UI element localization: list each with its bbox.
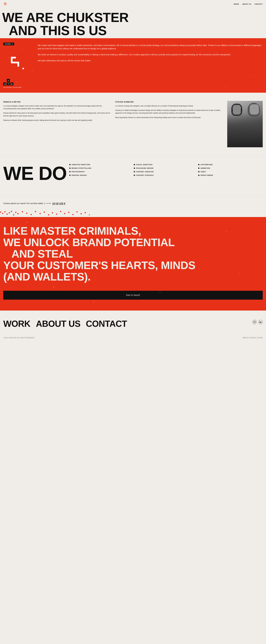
big-red-section: LIKE MASTER CRIMINALS, WE UNLOCK BRAND P… [0,217,266,310]
service-content-creation: CONTENT CREATION [134,171,198,172]
service-content-strategy: CONTENT STRATEGY [134,174,198,176]
bullet-icon [69,171,70,172]
bullet-icon [69,168,70,169]
we-do-layout: WE DO CREATIVE DIRECTION BRAND STORYTELL… [3,164,263,188]
svg-rect-10 [26,213,27,214]
cta-wrapper: Get in touch [3,291,263,300]
made-by-text: MADE BY CONCEPT STUDIO [242,337,263,338]
steven-bio2: Having an in-depth knowledge of product … [115,109,220,114]
svg-point-30 [260,321,260,322]
big-red-line4: YOUR CUSTOMER'S HEARTS, MINDS [3,260,263,271]
svg-rect-2 [4,211,6,212]
svg-rect-26 [254,321,255,323]
service-graphic-design: GRAPHIC DESIGN [69,174,134,176]
bullet-icon [198,164,199,165]
nav-about[interactable]: ABOUT US [242,3,251,5]
svg-rect-3 [6,214,8,215]
letter-ste: STE [59,202,63,205]
svg-rect-22 [76,211,78,212]
footer-link-about[interactable]: ABOUT US [36,319,80,329]
footer-link-contact[interactable]: CONTACT [86,319,127,329]
steven-bio1: is a former running shoe designer, and a… [115,105,194,107]
steven-bio3: More importantly, Steven is a direct dec… [115,116,201,118]
svg-rect-25 [89,214,90,216]
arrow-up-btn[interactable]: ▲ [7,79,10,82]
svg-point-27 [254,322,255,322]
snake-section: SCORE: 0 ▲ [0,38,266,93]
svg-rect-16 [52,212,53,213]
team-member-rebecca: REBECCA MEYER is a brand strategist, des… [3,101,112,147]
svg-rect-8 [18,213,18,214]
snake-canvas [3,48,28,77]
arrow-left-btn[interactable]: ◀ [3,82,6,86]
we-do-left: WE DO [3,164,67,188]
footer-links: WORK ABOUT US CONTACT [3,319,127,329]
svg-rect-29 [260,322,260,323]
hero-line2: AND THIS IS US [9,24,266,37]
svg-rect-18 [60,211,61,212]
team-member-steven: STEVEN HUBBARD is a former running shoe … [115,101,224,147]
footer-bottom: © 2021 CHUKSTER. ALL RIGHTS RESERVED MAD… [3,337,263,338]
about-text: We create work that engages and inspires… [38,42,263,88]
nav-work[interactable]: WORK [234,3,239,5]
copyright-text: © 2021 CHUKSTER. ALL RIGHTS RESERVED [3,337,34,338]
arrow-controls: ▲ ◀ ▼ ▶ [3,79,33,86]
name-section: Curious about our name? It's not that su… [0,196,266,210]
hero-line1: WE ARE CHUKSTER [2,11,266,24]
svg-rect-13 [40,213,41,214]
services-col-2: VISUAL IDENTITIES PACKAGING DESIGN CONTE… [134,164,198,178]
svg-rect-9 [22,211,23,212]
bullet-icon [69,175,70,176]
svg-rect-14 [44,212,45,213]
arrow-right-btn[interactable]: ▶ [10,82,14,86]
service-creative-direction: CREATIVE DIRECTION [69,164,134,166]
bullet-icon [134,164,135,165]
svg-rect-7 [15,212,16,213]
team-photo [227,101,263,147]
service-video: VIDEO [198,171,263,172]
score-badge: SCORE: 0 [3,42,14,45]
rebecca-bio3: Rebecca's ultimate skills: bossing peopl… [3,119,92,121]
name-letters: CH UK STE R [52,202,65,205]
big-red-line5: (AND WALLETS). [3,271,263,282]
bullet-icon [198,171,199,172]
bullet-icon [198,168,199,169]
footer: WORK ABOUT US CONTACT © 2021 CHUK [0,310,266,341]
linkedin-icon[interactable] [258,320,263,324]
pixel-dots-divider [0,210,266,217]
svg-rect-4 [9,212,10,213]
svg-rect-19 [64,213,65,214]
logo[interactable] [3,2,7,6]
snake-game-area: SCORE: 0 ▲ [3,42,33,88]
bullet-icon [134,171,135,172]
footer-link-work[interactable]: WORK [3,319,30,329]
rebecca-bio2: Having worked for many years in the fast… [3,112,110,117]
svg-rect-12 [35,211,36,212]
service-visual-identities: VISUAL IDENTITIES [134,164,198,166]
steven-bio: is a former running shoe designer, and a… [115,104,224,119]
snake-hint: Use your keys to move the snake [3,86,33,88]
get-in-touch-button[interactable]: Get in touch [3,291,263,300]
service-photography: PHOTOGRAPHY [69,171,134,172]
svg-rect-24 [85,212,86,213]
service-animation: ANIMATION [198,167,263,169]
svg-rect-23 [80,213,82,214]
nav-contact[interactable]: CONTACT [254,3,263,5]
bullet-icon [134,175,135,176]
instagram-icon[interactable] [252,320,257,324]
service-copywriting: COPYWRITING [198,164,263,166]
arrow-down-btn[interactable]: ▼ [7,82,10,86]
rebecca-bio1: is a brand strategist, designer and cont… [3,105,102,110]
rebecca-name: REBECCA MEYER [3,101,112,103]
name-curiosity-text: Curious about our name? It's not that su… [3,202,263,205]
rebecca-bio: is a brand strategist, designer and cont… [3,104,112,122]
bullet-icon [134,168,135,169]
we-do-right: CREATIVE DIRECTION BRAND STORYTELLING PH… [69,164,263,178]
svg-rect-6 [13,214,14,216]
bullet-icon [198,175,199,176]
svg-rect-0 [0,212,1,213]
bullet-icon [69,164,70,165]
big-red-line2: WE UNLOCK BRAND POTENTIAL [3,237,263,248]
svg-rect-17 [56,214,57,215]
letter-r: R [64,202,66,205]
